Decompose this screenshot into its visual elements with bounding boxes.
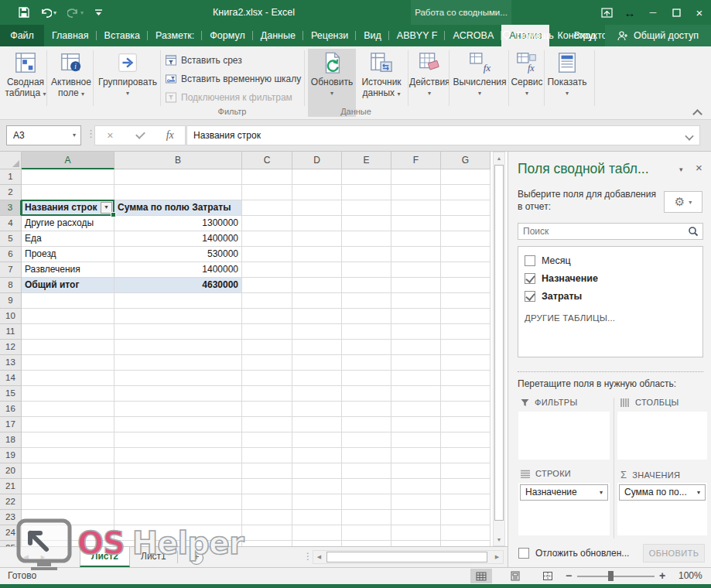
cell-G11[interactable]	[441, 324, 491, 340]
cell-E14[interactable]	[342, 371, 391, 386]
horizontal-scroll-thumb[interactable]	[326, 552, 487, 562]
scrollbar-grip[interactable]: ⋮	[303, 551, 313, 562]
row-header-22[interactable]: 22	[0, 494, 22, 510]
cell-C11[interactable]	[242, 324, 292, 340]
cell-B22[interactable]	[115, 494, 242, 510]
row-header-2[interactable]: 2	[0, 185, 22, 200]
cell-D5[interactable]	[292, 231, 342, 247]
help-button[interactable]: Помощь	[491, 30, 564, 42]
cell-A4[interactable]: Другие расходы	[22, 216, 115, 231]
cell-D21[interactable]	[292, 479, 342, 494]
tools-gear-button[interactable]: ⚙▾	[664, 191, 702, 213]
cell-F12[interactable]	[391, 340, 441, 355]
cell-A3[interactable]: Названия строк▼	[22, 200, 115, 216]
cell-G16[interactable]	[441, 402, 491, 417]
cell-F9[interactable]	[391, 293, 441, 309]
name-box[interactable]: A3 ▾	[6, 125, 81, 145]
cell-D12[interactable]	[292, 340, 342, 355]
zoom-out-button[interactable]: −	[566, 569, 572, 582]
cell-F22[interactable]	[391, 494, 441, 510]
redo-caret-icon[interactable]: ▾	[80, 9, 84, 16]
defer-update-checkbox[interactable]	[518, 548, 529, 559]
cell-G4[interactable]	[441, 216, 491, 231]
cell-B19[interactable]	[115, 448, 242, 463]
cell-G18[interactable]	[441, 432, 491, 448]
tab-abbyy-f[interactable]: ABBYY F	[389, 25, 446, 46]
rows-drop-area[interactable]: Назначение▾	[518, 483, 610, 535]
tab-данные[interactable]: Данные	[253, 25, 303, 46]
cell-C21[interactable]	[242, 479, 292, 494]
cell-C15[interactable]	[242, 386, 292, 402]
tab-разметк-[interactable]: Разметк:	[148, 25, 202, 46]
cell-D8[interactable]	[292, 278, 342, 293]
cell-A18[interactable]	[22, 432, 115, 448]
expand-formula-bar-icon[interactable]	[685, 132, 693, 140]
fill-handle[interactable]	[111, 212, 116, 217]
page-break-view-button[interactable]	[537, 569, 559, 583]
filter-connections-button[interactable]: Подключения к фильтрам	[165, 89, 292, 106]
cell-A9[interactable]	[22, 293, 115, 309]
cell-E15[interactable]	[342, 386, 391, 402]
cell-A11[interactable]	[22, 324, 115, 340]
cell-C17[interactable]	[242, 417, 292, 432]
cell-C7[interactable]	[242, 262, 292, 278]
cell-D11[interactable]	[292, 324, 342, 340]
cell-B15[interactable]	[115, 386, 242, 402]
cell-C22[interactable]	[242, 494, 292, 510]
cell-F5[interactable]	[391, 231, 441, 247]
cell-E4[interactable]	[342, 216, 391, 231]
column-header-F[interactable]: F	[391, 152, 441, 169]
row-header-4[interactable]: 4	[0, 216, 22, 231]
cell-B2[interactable]	[115, 185, 242, 200]
undo-caret-icon[interactable]: ▾	[53, 9, 56, 16]
cell-C23[interactable]	[242, 510, 292, 525]
cell-F11[interactable]	[391, 324, 441, 340]
vertical-scrollbar[interactable]: ▲ ▼	[493, 152, 505, 546]
cell-C5[interactable]	[242, 231, 292, 247]
row-header-11[interactable]: 11	[0, 324, 22, 340]
cell-B14[interactable]	[115, 371, 242, 386]
cell-A20[interactable]	[22, 463, 115, 479]
group-button[interactable]: Группировать ▾	[96, 49, 159, 117]
page-layout-view-button[interactable]	[504, 569, 526, 583]
cell-G24[interactable]	[441, 525, 491, 541]
cell-C24[interactable]	[242, 525, 292, 541]
cell-E3[interactable]	[342, 200, 391, 216]
cell-E6[interactable]	[342, 247, 391, 262]
cell-A5[interactable]: Еда	[22, 231, 115, 247]
cell-D19[interactable]	[292, 448, 342, 463]
cell-B16[interactable]	[115, 402, 242, 417]
cell-D22[interactable]	[292, 494, 342, 510]
undo-button[interactable]: ▾	[40, 8, 56, 18]
row-header-9[interactable]: 9	[0, 293, 22, 309]
cell-G5[interactable]	[441, 231, 491, 247]
active-field-button[interactable]: i Активноеполе ▾	[50, 49, 93, 117]
cell-B13[interactable]	[115, 355, 242, 371]
cell-B1[interactable]	[115, 169, 242, 185]
cell-C10[interactable]	[242, 309, 292, 324]
vertical-scroll-thumb[interactable]	[494, 165, 504, 521]
cell-A8[interactable]: Общий итог	[22, 278, 115, 293]
cell-D24[interactable]	[292, 525, 342, 541]
ribbon-display-options-button[interactable]	[595, 7, 618, 18]
search-input[interactable]: Поиск	[518, 223, 703, 240]
formula-input[interactable]: Названия строк	[186, 125, 700, 145]
cell-G21[interactable]	[441, 479, 491, 494]
cell-D15[interactable]	[292, 386, 342, 402]
cell-F15[interactable]	[391, 386, 441, 402]
tab-главная[interactable]: Главная	[44, 25, 97, 46]
cell-A13[interactable]	[22, 355, 115, 371]
cell-B17[interactable]	[115, 417, 242, 432]
cell-G2[interactable]	[441, 185, 491, 200]
cell-E1[interactable]	[342, 169, 391, 185]
row-header-6[interactable]: 6	[0, 247, 22, 262]
cell-D4[interactable]	[292, 216, 342, 231]
zoom-slider-track[interactable]	[577, 576, 655, 577]
row-header-3[interactable]: 3	[0, 200, 22, 216]
cell-G1[interactable]	[441, 169, 491, 185]
cell-D6[interactable]	[292, 247, 342, 262]
cell-B6[interactable]: 530000	[115, 247, 242, 262]
row-header-18[interactable]: 18	[0, 432, 22, 448]
close-button[interactable]: ×	[688, 6, 711, 19]
cell-E23[interactable]	[342, 510, 391, 525]
